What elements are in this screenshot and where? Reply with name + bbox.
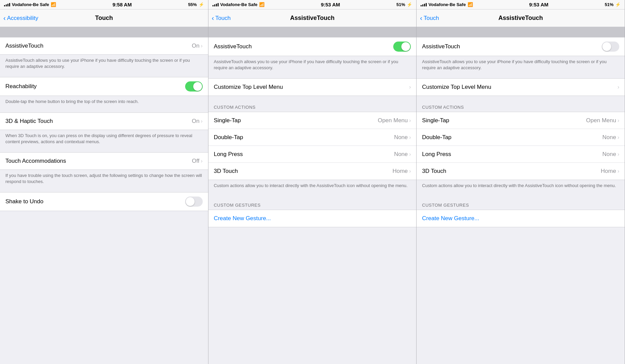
battery-icon-1: ⚡: [199, 2, 204, 7]
spacer-3: [0, 150, 208, 152]
carrier-label-2: Vodafone-Be Safe: [220, 2, 257, 7]
main-toggle-row-3[interactable]: AssistiveTouch: [417, 37, 625, 56]
on-label-1: On: [192, 43, 200, 49]
singletap-value-2: Open Menu ›: [378, 117, 411, 124]
time-label-3: 9:53 AM: [529, 2, 548, 7]
doubletap-row-3[interactable]: Double-Tap None ›: [417, 129, 625, 146]
signal-bar: [424, 4, 425, 6]
doubletap-value-3: None ›: [602, 134, 619, 141]
touchacc-desc: If you have trouble using the touch scre…: [0, 170, 208, 189]
signal-bar: [422, 4, 423, 6]
haptic-row[interactable]: 3D & Haptic Touch On ›: [0, 113, 208, 130]
touchacc-section: Touch Accommodations Off ›: [0, 152, 208, 170]
customize-label-2: Customize Top Level Menu: [214, 84, 409, 90]
wifi-icon-2: 📶: [259, 2, 265, 7]
chevron-left-icon-1: ‹: [3, 14, 6, 22]
back-button-1[interactable]: ‹ Accessibility: [3, 14, 38, 22]
custom-actions-section-2: Single-Tap Open Menu › Double-Tap None ›…: [208, 112, 417, 180]
signal-bar: [212, 5, 214, 6]
wifi-icon-3: 📶: [468, 2, 473, 7]
back-button-3[interactable]: ‹ Touch: [420, 14, 439, 22]
main-toggle-row-2[interactable]: AssistiveTouch: [208, 37, 417, 56]
header-band-3: [417, 27, 625, 37]
status-bar-2: Vodafone-Be Safe 📶 9:53 AM 51% ⚡: [208, 0, 417, 9]
panel-touch: Vodafone-Be Safe 📶 9:58 AM 55% ⚡ ‹ Acces…: [0, 0, 208, 364]
signal-bar: [214, 4, 215, 6]
battery-label-3: 51%: [605, 2, 614, 7]
longpress-row-2[interactable]: Long Press None ›: [208, 146, 417, 163]
haptic-value: On ›: [192, 118, 203, 125]
back-label-2[interactable]: Touch: [215, 15, 230, 22]
singletap-value-3: Open Menu ›: [586, 117, 619, 124]
panel-assistivetouch-on: Vodafone-Be Safe 📶 9:53 AM 51% ⚡ ‹ Touch…: [208, 0, 417, 364]
assistivetouch-row-1[interactable]: AssistiveTouch On ›: [0, 37, 208, 54]
status-right-2: 51% ⚡: [396, 2, 412, 7]
assistivetouch-toggle-2[interactable]: [393, 42, 411, 52]
back-label-3[interactable]: Touch: [424, 15, 439, 22]
spacer-3b: [417, 96, 625, 99]
doubletap-val-2: None: [394, 134, 408, 141]
wifi-icon-1: 📶: [51, 2, 56, 7]
spacer-2: [0, 110, 208, 112]
3dtouch-value-3: Home ›: [601, 168, 619, 175]
custom-gestures-section-3: Create New Gesture...: [417, 210, 625, 227]
custom-gestures-section-2: Create New Gesture...: [208, 210, 417, 227]
signal-bar: [6, 4, 7, 6]
chevron-singletap-2: ›: [409, 118, 411, 124]
reachability-row[interactable]: Reachability: [0, 77, 208, 96]
touchacc-label: Touch Accommodations: [5, 158, 192, 164]
touchacc-row[interactable]: Touch Accommodations Off ›: [0, 153, 208, 170]
carrier-label-1: Vodafone-Be Safe: [12, 2, 49, 7]
longpress-value-2: None ›: [394, 151, 411, 158]
battery-icon-3: ⚡: [615, 2, 621, 7]
3dtouch-val-2: Home: [393, 168, 408, 175]
create-gesture-row-3[interactable]: Create New Gesture...: [417, 210, 625, 227]
status-right-3: 51% ⚡: [605, 2, 621, 7]
3dtouch-label-3: 3D Touch: [422, 168, 601, 175]
battery-label-1: 55%: [188, 2, 197, 7]
reachability-desc: Double-tap the home button to bring the …: [0, 96, 208, 109]
touchacc-value: Off ›: [192, 158, 203, 164]
signal-bars-2: [212, 3, 219, 6]
create-gesture-row-2[interactable]: Create New Gesture...: [208, 210, 417, 227]
assistivetouch-section-1: AssistiveTouch On ›: [0, 37, 208, 55]
singletap-row-3[interactable]: Single-Tap Open Menu ›: [417, 112, 625, 129]
singletap-row-2[interactable]: Single-Tap Open Menu ›: [208, 112, 417, 129]
longpress-val-2: None: [394, 151, 408, 158]
longpress-label-2: Long Press: [214, 151, 394, 158]
chevron-customize-3: ›: [618, 84, 619, 90]
toggle-knob-reachability: [193, 82, 202, 91]
signal-bar: [218, 3, 219, 6]
reachability-toggle[interactable]: [185, 81, 203, 92]
content-2: AssistiveTouch AssistiveTouch allows you…: [208, 37, 417, 364]
shake-row[interactable]: Shake to Undo: [0, 192, 208, 211]
spacer-2a: [208, 76, 417, 78]
customize-row-2[interactable]: Customize Top Level Menu ›: [208, 79, 417, 96]
reachability-section: Reachability: [0, 77, 208, 96]
header-band-1: [0, 27, 208, 37]
3dtouch-row-2[interactable]: 3D Touch Home ›: [208, 163, 417, 180]
3dtouch-val-3: Home: [601, 168, 616, 175]
shake-label: Shake to Undo: [5, 198, 185, 205]
doubletap-val-3: None: [602, 134, 616, 141]
customize-row-3[interactable]: Customize Top Level Menu ›: [417, 79, 625, 96]
shake-toggle[interactable]: [185, 197, 203, 207]
assistivetouch-main-label-3: AssistiveTouch: [422, 43, 602, 50]
haptic-section: 3D & Haptic Touch On ›: [0, 112, 208, 130]
chevron-right-touchacc: ›: [201, 158, 202, 164]
doubletap-label-3: Double-Tap: [422, 134, 602, 141]
chevron-doubletap-2: ›: [409, 134, 411, 140]
doubletap-row-2[interactable]: Double-Tap None ›: [208, 129, 417, 146]
back-button-2[interactable]: ‹ Touch: [212, 14, 231, 22]
longpress-value-3: None ›: [602, 151, 619, 158]
longpress-row-3[interactable]: Long Press None ›: [417, 146, 625, 163]
3dtouch-row-3[interactable]: 3D Touch Home ›: [417, 163, 625, 180]
main-toggle-section-2: AssistiveTouch: [208, 37, 417, 56]
assistivetouch-main-label-2: AssistiveTouch: [214, 43, 394, 50]
spacer-3a: [417, 76, 625, 78]
status-left-2: Vodafone-Be Safe 📶: [212, 2, 265, 7]
singletap-val-2: Open Menu: [378, 117, 408, 124]
back-label-1[interactable]: Accessibility: [7, 15, 39, 22]
doubletap-label-2: Double-Tap: [214, 134, 394, 141]
assistivetouch-toggle-3[interactable]: [602, 42, 619, 52]
